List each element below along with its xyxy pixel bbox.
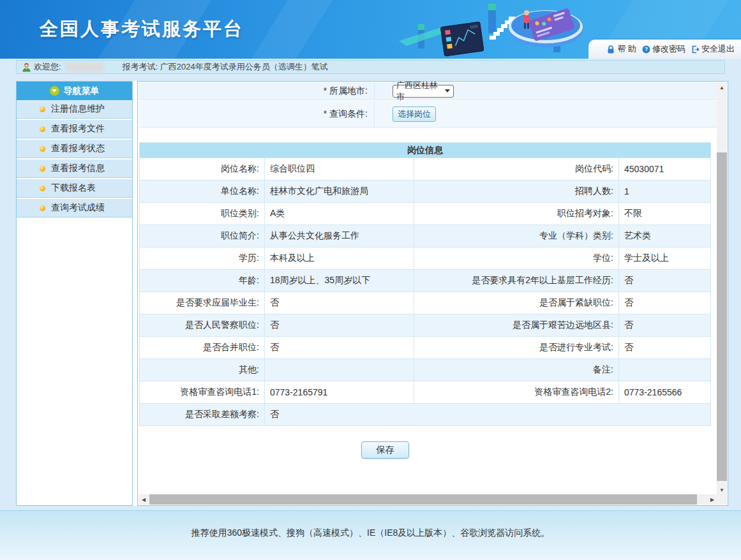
vertical-scroll-track[interactable]: [717, 92, 727, 485]
bullet-dot-icon: [40, 146, 45, 152]
bullet-dot-icon: [40, 166, 45, 172]
field-label: 岗位代码:: [414, 158, 619, 181]
field-value: 否: [619, 337, 711, 359]
footer: 推荐使用360极速模式、搜狗（高速模式）、IE（IE8及以上版本）、谷歌浏览器访…: [0, 510, 741, 560]
sidebar-item-query-scores[interactable]: 查询考试成绩: [17, 199, 132, 217]
sidebar-item-view-status[interactable]: 查看报考状态: [17, 140, 132, 158]
scroll-down-icon[interactable]: ▼: [717, 485, 727, 495]
table-row: 是否采取差额考察: 否: [140, 404, 711, 426]
logout-link[interactable]: 安全退出: [691, 43, 735, 55]
vertical-scrollbar[interactable]: ▲ ▼: [717, 82, 727, 495]
city-select-value: 广西区桂林市: [396, 80, 445, 103]
chevron-down-icon: [445, 89, 450, 92]
field-label: 资格审查咨询电话1:: [140, 381, 265, 404]
field-value: 本科及以上: [265, 247, 414, 270]
welcome-bar: 欢迎您: 报考考试: 广西2024年度考试录用公务员（选调生）笔试: [16, 60, 725, 74]
sidebar-item-view-info[interactable]: 查看报考信息: [17, 159, 132, 178]
field-value: A类: [265, 203, 414, 225]
header-links: 帮 助 ? 修改密码 安全退出: [588, 40, 741, 59]
table-row: 资格审查咨询电话1: 0773-2165791 资格审查咨询电话2: 0773-…: [140, 381, 711, 404]
field-label: 职位招考对象:: [414, 203, 619, 225]
query-label: * 查询条件:: [138, 101, 375, 127]
field-value: 否: [619, 292, 711, 314]
field-value: 否: [265, 292, 414, 314]
table-row: 职位类别: A类 职位招考对象: 不限: [140, 203, 711, 225]
lock-icon: [606, 45, 615, 54]
field-value: 0773-2165791: [265, 381, 414, 404]
horizontal-scroll-track[interactable]: [149, 494, 707, 505]
field-label: 是否要求应届毕业生:: [140, 292, 265, 314]
field-value: 桂林市文化广电和旅游局: [265, 181, 414, 203]
field-label: 招聘人数:: [414, 181, 619, 203]
sidebar: 导航菜单 注册信息维护 查看报考文件 查看报考状态 查看报考信息 下载报名表 查…: [16, 81, 133, 506]
table-row: 职位简介: 从事公共文化服务工作 专业（学科）类别: 艺术类: [140, 225, 711, 247]
sidebar-item-download-form[interactable]: 下载报名表: [17, 179, 132, 198]
sidebar-item-label: 查看报考状态: [51, 143, 105, 154]
query-form-row: * 查询条件: 选择岗位: [138, 101, 718, 128]
sidebar-item-register-info[interactable]: 注册信息维护: [17, 100, 132, 119]
sidebar-nav-header[interactable]: 导航菜单: [17, 82, 132, 100]
choose-position-button[interactable]: 选择岗位: [393, 107, 436, 122]
save-button[interactable]: 保存: [361, 441, 409, 459]
content-panel: * 所属地市: 广西区桂林市 * 查询条件: 选择岗位 岗位信息 岗位名称:: [137, 81, 728, 506]
field-value: 否: [265, 337, 414, 359]
vertical-scroll-thumb[interactable]: [717, 152, 727, 481]
scroll-up-icon[interactable]: ▲: [717, 82, 727, 92]
field-label: 是否要求具有2年以上基层工作经历:: [414, 270, 619, 292]
table-title: 岗位信息: [140, 143, 711, 158]
field-value: 1: [619, 181, 711, 203]
help-link[interactable]: 帮 助: [606, 43, 636, 55]
field-label: 是否合并职位:: [140, 337, 265, 359]
table-row: 年龄: 18周岁以上、35周岁以下 是否要求具有2年以上基层工作经历: 否: [140, 270, 711, 292]
main-area: 导航菜单 注册信息维护 查看报考文件 查看报考状态 查看报考信息 下载报名表 查…: [16, 81, 728, 506]
city-label: * 所属地市:: [138, 82, 375, 99]
bullet-dot-icon: [40, 186, 45, 191]
field-label: 其他:: [140, 359, 265, 381]
exam-label: 报考考试: 广西2024年度考试录用公务员（选调生）笔试: [123, 61, 328, 73]
scroll-right-icon[interactable]: ▶: [707, 494, 717, 505]
help-label: 帮 助: [617, 43, 636, 55]
sidebar-item-label: 查询考试成绩: [51, 202, 105, 214]
field-value: 综合职位四: [265, 158, 414, 181]
field-value: 否: [619, 314, 711, 337]
header-streak: [244, 0, 337, 59]
field-label: 专业（学科）类别:: [414, 225, 619, 247]
header: 全国人事考试服务平台: [0, 0, 741, 59]
table-row: 是否合并职位: 否 是否进行专业考试: 否: [140, 337, 711, 359]
page-title: 全国人事考试服务平台: [40, 17, 244, 42]
chevron-down-icon: [50, 86, 59, 96]
footer-text: 推荐使用360极速模式、搜狗（高速模式）、IE（IE8及以上版本）、谷歌浏览器访…: [191, 527, 550, 538]
city-select[interactable]: 广西区桂林市: [393, 85, 454, 98]
field-label: 职位简介:: [140, 225, 265, 247]
field-label: 资格审查咨询电话2:: [414, 381, 619, 404]
table-row: 单位名称: 桂林市文化广电和旅游局 招聘人数: 1: [140, 181, 711, 203]
field-value: 艺术类: [619, 225, 711, 247]
horizontal-scroll-thumb[interactable]: [149, 494, 697, 505]
field-label: 单位名称:: [140, 181, 265, 203]
scroll-left-icon[interactable]: ◀: [138, 494, 149, 505]
sidebar-item-view-documents[interactable]: 查看报考文件: [17, 120, 132, 138]
change-password-label: 修改密码: [652, 43, 685, 55]
logout-icon: [691, 45, 700, 54]
horizontal-scrollbar[interactable]: ◀ ▶: [138, 494, 717, 505]
field-value: [265, 359, 414, 381]
field-label: 是否采取差额考察:: [140, 404, 265, 426]
field-value: 45030071: [619, 158, 711, 181]
scrollbar-corner: [717, 494, 727, 505]
bullet-dot-icon: [40, 126, 45, 132]
greeting-label: 欢迎您:: [34, 61, 61, 73]
field-value: 不限: [619, 203, 711, 225]
field-label: 岗位名称:: [140, 158, 265, 181]
field-label: 职位类别:: [140, 203, 265, 225]
field-label: 学位:: [414, 247, 619, 270]
nav-header-label: 导航菜单: [64, 85, 100, 97]
change-password-link[interactable]: ? 修改密码: [641, 43, 685, 55]
username-redacted: [66, 63, 103, 71]
table-row: 岗位名称: 综合职位四 岗位代码: 45030071: [140, 158, 711, 181]
field-label: 是否属于艰苦边远地区县:: [414, 314, 619, 337]
sidebar-item-label: 下载报名表: [51, 182, 96, 194]
question-icon: ?: [641, 45, 650, 54]
field-label: 备注:: [414, 359, 619, 381]
field-value: 学士及以上: [619, 247, 711, 270]
sidebar-item-label: 查看报考文件: [51, 123, 105, 135]
